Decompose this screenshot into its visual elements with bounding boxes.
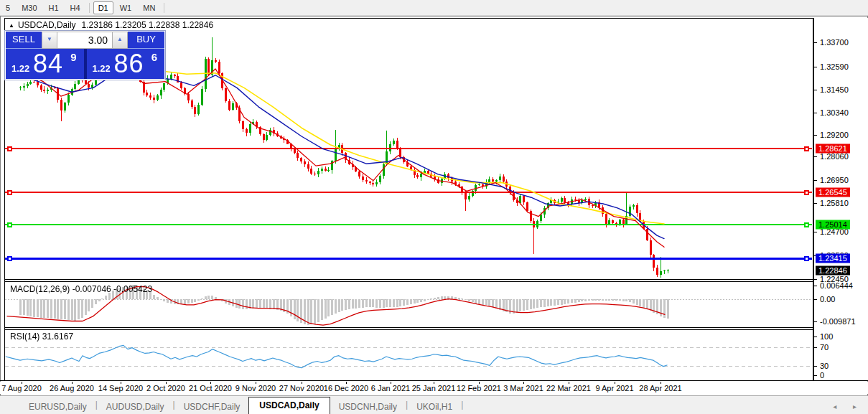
one-click-trade-widget: SELL ▼ 3.00 ▲ BUY 1.22 84 9 1.22 86 6 (6, 32, 164, 79)
date-tick-label: 9 Apr 2021 (595, 384, 633, 392)
tab-audusd[interactable]: AUDUSD,Daily (98, 399, 173, 414)
buy-price-prefix: 1.22 (93, 63, 111, 74)
volume-input[interactable]: 3.00 (57, 32, 112, 49)
axis-tick-mark (814, 67, 817, 67)
rsi-tick-label: 70 (820, 343, 829, 352)
price-tick-label: 1.30340 (820, 108, 849, 117)
date-tick-label: 6 Jan 2021 (371, 384, 410, 392)
timeframe-button-h1[interactable]: H1 (44, 1, 64, 14)
axis-tick-mark (814, 299, 817, 300)
macd-label: MACD(12,26,9) -0.007046 -0.005423 (10, 284, 152, 294)
macd-pane-separator-a (4, 279, 814, 280)
date-axis[interactable]: 7 Aug 202026 Aug 202014 Sep 20202 Oct 20… (0, 382, 868, 394)
price-level-badge: 1.23415 (816, 254, 850, 263)
axis-tick-mark (814, 286, 817, 286)
sell-price-big: 84 (33, 49, 63, 79)
chart-symbol-title: USDCAD,Daily (18, 20, 76, 30)
axis-tick-mark (814, 42, 817, 43)
tab-scroll-left-button[interactable]: ◂ (833, 403, 844, 410)
axis-tick-mark (814, 90, 817, 90)
price-tick-label: 1.25810 (820, 199, 849, 207)
date-tick-label: 12 Feb 2021 (457, 384, 501, 392)
price-tick-label: 1.29200 (820, 131, 849, 139)
date-tick-label: 16 Dec 2020 (324, 384, 368, 392)
macd-tick-label: 0.00 (820, 295, 835, 304)
collapse-triangle-icon[interactable]: ▲ (9, 22, 14, 29)
macd-tick-label: -0.009871 (820, 317, 856, 326)
date-tick-label: 2 Oct 2020 (146, 384, 185, 392)
rsi-tick-label: 100 (820, 332, 833, 341)
symbol-tabs: EURUSD,Daily|AUDUSD,Daily|USDCHF,DailyUS… (0, 396, 463, 414)
price-level-badge: 1.25014 (816, 220, 850, 230)
sell-price-prefix: 1.22 (11, 63, 29, 74)
macd-tick-label: 0.006444 (820, 281, 853, 290)
date-tick-label: 9 Nov 2020 (235, 384, 276, 392)
axis-tick-mark (814, 321, 817, 322)
price-tick-label: 1.32590 (820, 62, 849, 71)
price-level-badge: 1.22846 (816, 266, 850, 276)
timeframe-button-h4[interactable]: H4 (65, 1, 85, 14)
timeframe-button-m30[interactable]: M30 (17, 1, 42, 14)
date-tick-label: 25 Jan 2021 (412, 384, 456, 392)
date-tick-label: 21 Oct 2020 (189, 384, 232, 392)
axis-tick-mark (814, 180, 817, 181)
tab-usdchf[interactable]: USDCHF,Daily (175, 399, 249, 414)
date-tick-label: 14 Sep 2020 (98, 384, 143, 392)
tab-separator: | (461, 400, 463, 410)
rsi-tick-label: 0 (820, 371, 824, 380)
sell-button[interactable]: SELL (6, 32, 42, 49)
sell-price-button[interactable]: 1.22 84 9 (6, 49, 87, 79)
timeframe-button-d1[interactable]: D1 (93, 1, 113, 14)
trading-terminal: 5M30H1H4D1W1MN ▲USDCAD,Daily1.23186 1.23… (0, 0, 868, 414)
axis-tick-mark (814, 156, 817, 157)
volume-decrease-button[interactable]: ▼ (42, 32, 57, 49)
axis-tick-mark (814, 366, 817, 367)
buy-price-sup: 6 (151, 51, 157, 63)
tab-usdcnh[interactable]: USDCNH,Daily (330, 399, 406, 414)
date-tick-label: 22 Mar 2021 (546, 384, 591, 392)
buy-price-button[interactable]: 1.22 86 6 (87, 49, 165, 79)
sell-price-sup: 9 (70, 51, 76, 63)
date-tick-label: 28 Apr 2021 (639, 384, 681, 392)
chart-ohlc-values: 1.23186 1.23205 1.22838 1.22846 (82, 20, 214, 30)
price-tick-label: 1.31450 (820, 85, 849, 94)
timeframe-toolbar: 5M30H1H4D1W1MN (0, 0, 868, 16)
timeframe-button-mn[interactable]: MN (138, 1, 160, 14)
timeframe-button-w1[interactable]: W1 (115, 1, 137, 14)
price-level-badge: 1.28621 (816, 144, 850, 154)
rsi-label: RSI(14) 31.6167 (10, 331, 73, 342)
symbol-tab-bar: EURUSD,Daily|AUDUSD,Daily|USDCHF,DailyUS… (0, 395, 868, 414)
toolbar-separator (89, 3, 90, 13)
price-tick-label: 1.28060 (820, 152, 849, 161)
volume-increase-button[interactable]: ▲ (112, 32, 128, 49)
buy-price-big: 86 (114, 49, 144, 79)
price-tick-label: 1.26950 (820, 176, 849, 184)
date-axis-separator-a (0, 380, 868, 381)
axis-tick-mark (814, 337, 817, 337)
tab-ukoil[interactable]: UKOil,H1 (408, 399, 461, 414)
chart-title-bar: ▲USDCAD,Daily1.23186 1.23205 1.22838 1.2… (9, 20, 213, 30)
timeframe-button-5[interactable]: 5 (1, 1, 15, 14)
axis-tick-mark (814, 203, 817, 204)
axis-tick-mark (814, 375, 817, 376)
axis-tick-mark (814, 279, 817, 280)
tab-eurusd[interactable]: EURUSD,Daily (20, 399, 95, 414)
tab-usdcad[interactable]: USDCAD,Daily (248, 397, 330, 414)
date-tick-label: 7 Aug 2020 (1, 384, 42, 392)
axis-tick-mark (814, 347, 817, 348)
toolbar-separator (164, 3, 164, 13)
date-tick-label: 26 Aug 2020 (50, 384, 94, 392)
axis-tick-mark (814, 113, 817, 113)
rsi-indicator-canvas[interactable] (5, 330, 812, 380)
date-tick-label: 27 Nov 2020 (279, 384, 324, 392)
buy-button[interactable]: BUY (128, 32, 164, 49)
tab-scroll-right-button[interactable]: ▸ (853, 403, 864, 410)
date-tick-label: 3 Mar 2021 (503, 384, 543, 392)
rsi-tick-label: 30 (820, 362, 829, 370)
price-level-badge: 1.26545 (816, 188, 850, 197)
axis-tick-mark (814, 135, 817, 136)
rsi-pane-separator-a (4, 327, 814, 328)
price-tick-label: 1.33700 (820, 38, 849, 47)
axis-tick-mark (814, 232, 817, 232)
price-axis[interactable]: 1.337001.325901.314501.303401.292001.280… (814, 18, 868, 380)
